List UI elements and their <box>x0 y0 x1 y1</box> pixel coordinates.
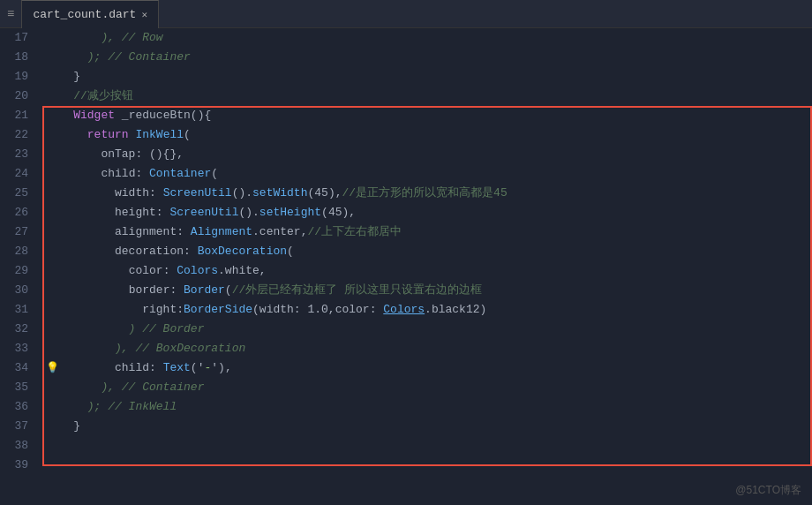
watermark: @51CTO博客 <box>735 483 801 498</box>
token: (45), <box>307 186 342 200</box>
menu-icon: ≡ <box>7 7 14 21</box>
line-content: //减少按钮 <box>42 87 812 106</box>
token: ( <box>211 167 218 180</box>
token <box>46 225 115 238</box>
code-line: 36 ); // InkWell <box>0 397 812 417</box>
token: border <box>129 283 170 297</box>
token: ); // InkWell <box>46 400 177 413</box>
line-content: } <box>42 417 812 436</box>
line-number: 30 <box>0 281 42 300</box>
bulb-icon: 💡 <box>46 358 59 378</box>
token: width <box>115 186 149 200</box>
line-number: 19 <box>0 67 42 87</box>
token: .black12) <box>425 303 486 316</box>
code-area: 17 ), // Row18 ); // Container19 }20 //减… <box>0 28 812 505</box>
token: (width: 1.0,color: <box>252 303 383 316</box>
line-number: 24 <box>0 164 42 184</box>
line-number: 18 <box>0 48 42 67</box>
line-content: child: Text('-'), <box>42 358 812 378</box>
tab-close-button[interactable]: ✕ <box>141 9 147 20</box>
line-number: 32 <box>0 320 42 339</box>
line-content: return InkWell( <box>42 125 812 145</box>
line-content: ); // InkWell <box>42 397 812 417</box>
line-content: onTap: (){}, <box>42 145 812 164</box>
token: : <box>149 361 163 374</box>
token: Border <box>184 283 225 297</box>
line-number: 25 <box>0 184 42 203</box>
code-line: 38 <box>0 436 812 456</box>
code-line: 20 //减少按钮 <box>0 87 812 106</box>
token <box>46 128 87 141</box>
line-number: 17 <box>0 28 42 48</box>
token <box>46 245 115 258</box>
token: Widget <box>73 109 115 122</box>
token: //上下左右都居中 <box>307 225 402 238</box>
line-content: border: Border(//外层已经有边框了 所以这里只设置右边的边框 <box>42 281 812 300</box>
token: ( <box>184 128 191 141</box>
line-number: 26 <box>0 203 42 222</box>
line-number: 27 <box>0 222 42 242</box>
token: : <box>135 167 149 180</box>
token: .center, <box>252 225 307 238</box>
line-content: right:BorderSide(width: 1.0,color: Color… <box>42 300 812 320</box>
token: ( <box>225 283 232 297</box>
token: (). <box>238 206 259 219</box>
code-line: 25 width: ScreenUtil().setWidth(45),//是正… <box>0 184 812 203</box>
token: setWidth <box>252 186 307 200</box>
token: ), // BoxDecoration <box>46 342 245 355</box>
token: Text <box>163 361 191 374</box>
code-line: 30 border: Border(//外层已经有边框了 所以这里只设置右边的边… <box>0 281 812 300</box>
token: Colors <box>177 264 218 277</box>
token: ScreenUtil <box>163 186 232 200</box>
token: (). <box>232 186 252 200</box>
token <box>46 167 101 180</box>
line-number: 28 <box>0 242 42 261</box>
token: //外层已经有边框了 所以这里只设置右边的边框 <box>232 283 482 297</box>
line-content: Widget _reduceBtn(){ <box>42 106 812 125</box>
token: ); // Container <box>46 50 191 64</box>
token: } <box>46 419 80 433</box>
line-content: ) // Border <box>42 320 812 339</box>
token: color <box>129 264 163 277</box>
token: height <box>115 206 156 219</box>
line-content: } <box>42 67 812 87</box>
editor-tab[interactable]: cart_count.dart ✕ <box>21 0 159 28</box>
editor-container: ≡ cart_count.dart ✕ 17 ), // Row18 ); //… <box>0 0 812 505</box>
token: : <box>163 264 177 277</box>
tab-filename: cart_count.dart <box>33 8 136 21</box>
code-line: 17 ), // Row <box>0 28 812 48</box>
token <box>46 186 115 200</box>
token: decoration <box>115 245 184 258</box>
code-line: 29 color: Colors.white, <box>0 261 812 281</box>
token: : <box>184 245 198 258</box>
line-content: decoration: BoxDecoration( <box>42 242 812 261</box>
token <box>46 283 129 297</box>
token: InkWell <box>135 128 184 141</box>
line-number: 21 <box>0 106 42 125</box>
token: right: <box>46 303 184 316</box>
token: return <box>87 128 129 141</box>
token <box>46 206 115 219</box>
line-content: ), // Container <box>42 378 812 397</box>
line-number: 29 <box>0 261 42 281</box>
token: ( <box>287 245 294 258</box>
code-line: 26 height: ScreenUtil().setHeight(45), <box>0 203 812 222</box>
code-line: 35 ), // Container <box>0 378 812 397</box>
line-number: 20 <box>0 87 42 106</box>
line-content: child: Container( <box>42 164 812 184</box>
code-line: 37 } <box>0 417 812 436</box>
code-line: 24 child: Container( <box>0 164 812 184</box>
code-line: 32 ) // Border <box>0 320 812 339</box>
line-number: 31 <box>0 300 42 320</box>
line-number: 22 <box>0 125 42 145</box>
token: (' <box>191 361 205 374</box>
token: Alignment <box>191 225 252 238</box>
tab-bar: ≡ cart_count.dart ✕ <box>0 0 812 28</box>
line-content: width: ScreenUtil().setWidth(45),//是正方形的… <box>42 184 812 203</box>
token: setHeight <box>259 206 321 219</box>
line-number: 39 <box>0 456 42 475</box>
code-line: 33 ), // BoxDecoration <box>0 339 812 358</box>
token: BoxDecoration <box>198 245 287 258</box>
line-number: 35 <box>0 378 42 397</box>
token: //减少按钮 <box>73 89 133 102</box>
